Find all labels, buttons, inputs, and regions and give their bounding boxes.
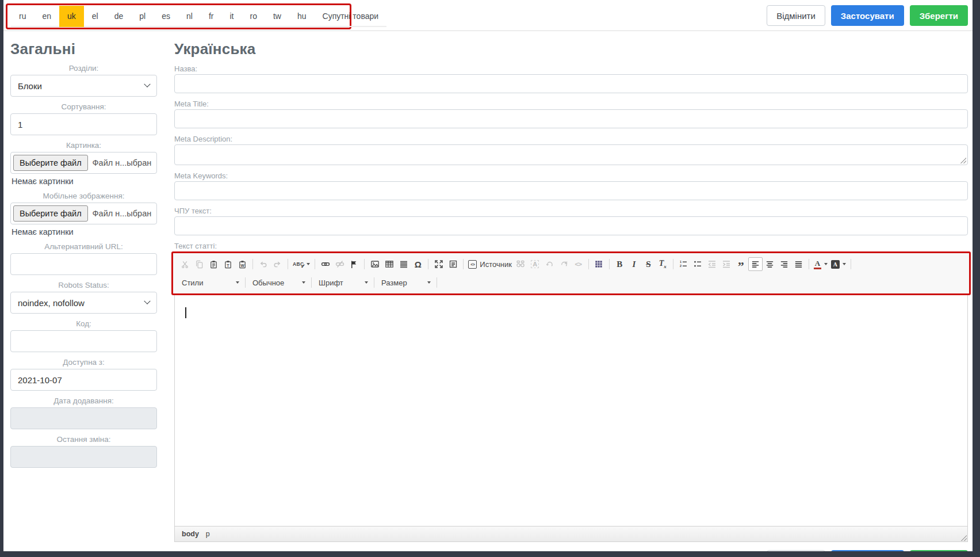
paste-icon[interactable] <box>206 257 221 271</box>
lang-tab-nl[interactable]: nl <box>178 6 201 27</box>
created-date-label: Дата додавання: <box>10 396 157 405</box>
image-icon[interactable] <box>368 257 382 271</box>
apply-button[interactable]: Застосувати <box>831 5 904 26</box>
mobile-image-file-button[interactable]: Выберите файл <box>13 205 88 222</box>
toolbar-separator <box>374 277 374 288</box>
table-icon[interactable] <box>382 257 396 271</box>
main-title: Українська <box>174 40 968 58</box>
editor-content[interactable] <box>175 295 967 526</box>
cancel-button[interactable]: Відмінити <box>767 5 825 26</box>
toolbar-separator <box>364 259 365 269</box>
image-file-input[interactable]: Выберите файл Файл н...ыбран <box>10 152 157 174</box>
meta-keywords-input[interactable] <box>174 181 968 200</box>
bulleted-list-icon[interactable] <box>691 257 705 271</box>
name-input[interactable] <box>174 74 968 93</box>
toolbar-separator <box>809 259 809 269</box>
sort-input[interactable] <box>10 113 157 135</box>
remove-format-icon[interactable]: Tx <box>656 257 670 271</box>
align-right-icon[interactable] <box>777 257 791 271</box>
meta-title-input[interactable] <box>174 109 968 128</box>
toolbar-separator <box>463 259 464 269</box>
save-button[interactable]: Зберегти <box>910 5 968 26</box>
chevron-down-icon <box>144 81 150 87</box>
alt-url-input[interactable] <box>10 253 157 275</box>
lang-tab-it[interactable]: it <box>221 6 242 27</box>
italic-icon[interactable]: I <box>627 257 641 271</box>
source-button[interactable]: <>Источник <box>466 257 514 271</box>
meta-title-label: Meta Title: <box>174 100 968 108</box>
lang-tab-tw[interactable]: tw <box>265 6 289 27</box>
lang-tab-fr[interactable]: fr <box>201 6 222 27</box>
robots-select-value: noindex, nofollow <box>18 298 85 308</box>
replace-icon: A <box>528 257 542 271</box>
footer-apply-button[interactable]: Застосувати <box>831 550 904 551</box>
link-icon[interactable] <box>318 257 332 271</box>
content: Загальні Розділи: Блоки Сортування: Карт… <box>3 31 973 551</box>
element-path-body[interactable]: body <box>182 530 199 538</box>
sections-select[interactable]: Блоки <box>10 75 157 97</box>
styles-combo[interactable]: Стили <box>178 276 242 289</box>
numbered-list-icon[interactable]: 12 <box>676 257 691 271</box>
copy-icon <box>192 257 206 271</box>
meta-description-textarea[interactable] <box>174 144 968 165</box>
dropdown-caret-icon <box>365 281 368 284</box>
horizontal-line-icon[interactable] <box>396 257 411 271</box>
resize-grip-icon[interactable] <box>960 535 967 541</box>
text-cursor <box>185 307 186 318</box>
lang-tab-es[interactable]: es <box>154 6 178 27</box>
show-blocks-icon[interactable] <box>446 257 460 271</box>
format-combo[interactable]: Обычное <box>248 276 308 289</box>
lang-tab-de[interactable]: de <box>106 6 132 27</box>
undo-icon <box>256 257 270 271</box>
align-left-icon[interactable] <box>748 257 763 271</box>
align-justify-icon[interactable] <box>791 257 806 271</box>
mobile-image-file-input[interactable]: Выберите файл Файл н...ыбран <box>10 203 157 224</box>
footer-save-button[interactable]: Зберегти <box>910 550 968 551</box>
sidebar: Загальні Розділи: Блоки Сортування: Карт… <box>6 38 157 551</box>
lang-tab-related-products[interactable]: Супутні товари <box>315 6 387 27</box>
resize-grip-icon[interactable] <box>960 157 966 163</box>
lang-tab-ru[interactable]: ru <box>11 6 34 27</box>
lang-tab-en[interactable]: en <box>34 6 59 27</box>
maximize-icon[interactable] <box>431 257 446 271</box>
font-combo[interactable]: Шрифт <box>315 276 371 289</box>
code-input[interactable] <box>10 330 157 352</box>
anchor-flag-icon[interactable] <box>347 257 361 271</box>
meta-keywords-label: Meta Keywords: <box>174 171 968 180</box>
indent-icon <box>719 257 734 271</box>
name-label: Назва: <box>174 64 968 73</box>
strikethrough-icon[interactable]: S <box>641 257 656 271</box>
special-char-icon[interactable]: Ω <box>411 257 425 271</box>
lang-tab-el[interactable]: el <box>84 6 106 27</box>
lang-tab-uk[interactable]: uk <box>59 6 84 27</box>
code-snippet-icon: <> <box>571 257 585 271</box>
spellcheck-icon[interactable]: ABC✓ <box>291 257 312 271</box>
text-color-icon[interactable]: A <box>812 257 829 271</box>
dropdown-caret-icon <box>824 263 828 265</box>
dropdown-caret-icon <box>302 281 305 284</box>
image-file-button[interactable]: Выберите файл <box>13 155 88 171</box>
lang-tab-ro[interactable]: ro <box>242 6 265 27</box>
grid-templates-icon[interactable] <box>592 257 606 271</box>
bold-icon[interactable]: B <box>612 257 627 271</box>
lang-tab-pl[interactable]: pl <box>131 6 154 27</box>
blockquote-icon[interactable]: ” <box>734 257 748 271</box>
paste-as-text-icon[interactable]: T <box>221 257 235 271</box>
align-center-icon[interactable] <box>763 257 777 271</box>
lang-tab-hu[interactable]: hu <box>289 6 315 27</box>
footer-cancel-button[interactable]: Відмінити <box>767 550 825 551</box>
element-path-p[interactable]: p <box>206 530 210 538</box>
sort-label: Сортування: <box>10 102 157 111</box>
language-tabs-annotation-box: ru en uk el de pl es nl fr it ro tw hu С… <box>6 3 351 29</box>
paste-from-word-icon[interactable]: W <box>235 257 250 271</box>
available-from-input[interactable] <box>10 369 157 391</box>
size-combo[interactable]: Размер <box>377 276 434 289</box>
background-color-icon[interactable]: A <box>829 257 848 271</box>
svg-text:2: 2 <box>680 264 682 268</box>
toolbar-separator <box>437 277 437 288</box>
image-label: Картинка: <box>10 141 157 150</box>
rich-text-editor: T W ABC✓ <box>174 252 968 542</box>
find-icon <box>514 257 528 271</box>
robots-select[interactable]: noindex, nofollow <box>10 292 157 314</box>
slug-input[interactable] <box>174 216 968 235</box>
